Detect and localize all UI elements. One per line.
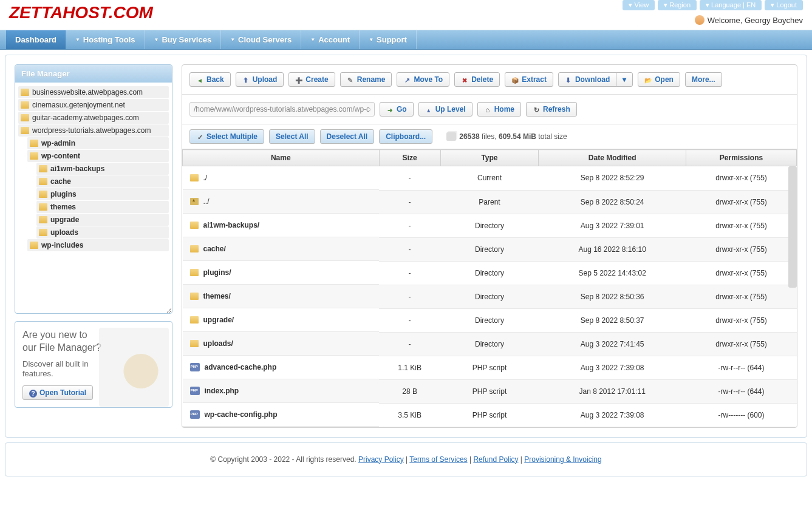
move-button[interactable]: Move To — [397, 72, 449, 87]
download-icon — [565, 76, 572, 83]
download-dropdown[interactable]: ▾ — [616, 72, 633, 87]
table-row[interactable]: ai1wm-backups/-DirectoryAug 3 2022 7:39:… — [183, 214, 797, 237]
nav-item-dashboard[interactable]: Dashboard — [6, 30, 66, 49]
top-button[interactable]: ▾ View — [623, 0, 655, 10]
tree-item[interactable]: themes — [36, 201, 169, 213]
table-row[interactable]: ../-ParentSep 8 2022 8:50:24drwxr-xr-x (… — [183, 190, 797, 214]
folder-icon — [190, 340, 199, 347]
scrollbar[interactable] — [788, 166, 797, 288]
stats: 26538 files, 609.54 MiB total size — [446, 132, 567, 141]
tree-item[interactable]: wp-includes — [27, 239, 169, 251]
php-icon — [190, 363, 200, 371]
table-row[interactable]: themes/-DirectorySep 8 2022 8:50:36drwxr… — [183, 285, 797, 308]
create-button[interactable]: Create — [288, 72, 335, 87]
file-table: NameSizeTypeDate ModifiedPermissions ./-… — [182, 149, 797, 427]
rename-button[interactable]: Rename — [340, 72, 392, 87]
promo-title: Are you new to our File Manager? — [22, 329, 101, 354]
table-row[interactable]: plugins/-DirectorySep 5 2022 14:43:02drw… — [183, 261, 797, 285]
open-button[interactable]: Open — [638, 72, 680, 87]
php-icon — [190, 387, 200, 395]
tree-item[interactable]: plugins — [36, 188, 169, 200]
table-row[interactable]: uploads/-DirectoryAug 3 2022 7:41:45drwx… — [183, 332, 797, 356]
logo[interactable]: ZETTAHOST.COM — [9, 0, 153, 25]
nav-item-hosting-tools[interactable]: ▼Hosting Tools — [66, 30, 145, 49]
table-row[interactable]: index.php28 BPHP scriptJan 8 2012 17:01:… — [183, 379, 797, 403]
more-button[interactable]: More... — [685, 72, 722, 87]
column-header[interactable]: Permissions — [686, 150, 796, 166]
up-level-button[interactable]: Up Level — [418, 102, 473, 117]
go-icon — [386, 106, 394, 113]
upload-button[interactable]: Upload — [236, 72, 284, 87]
folder-icon — [39, 165, 47, 172]
clipboard-button[interactable]: Clipboard... — [379, 129, 432, 144]
tree-item[interactable]: wp-admin — [27, 137, 169, 149]
toolbar: Back Upload Create Rename Move To Delete… — [182, 65, 797, 95]
footer-link[interactable]: Privacy Policy — [358, 455, 404, 464]
tree-item[interactable]: businesswebsite.atwebpages.com — [18, 86, 169, 98]
tree-item[interactable]: cinemasux.getenjoyment.net — [18, 99, 169, 111]
home-button[interactable]: Home — [477, 102, 521, 117]
tree-item[interactable]: wp-content — [27, 150, 169, 162]
column-header[interactable]: Name — [183, 150, 380, 166]
folder-icon — [190, 174, 199, 181]
rename-icon — [347, 76, 354, 83]
tree-item[interactable]: wordpress-tutorials.atwebpages.com — [18, 124, 169, 137]
folder-icon — [21, 101, 29, 109]
chevron-down-icon: ▼ — [230, 37, 235, 42]
create-icon — [295, 76, 302, 83]
deselect-all-button[interactable]: Deselect All — [320, 129, 375, 144]
main-nav: Dashboard▼Hosting Tools▼Buy Services▼Clo… — [0, 30, 812, 50]
footer-link[interactable]: Refund Policy — [473, 455, 518, 464]
chevron-down-icon: ▾ — [623, 75, 626, 84]
top-button[interactable]: ▾ Language | EN — [700, 0, 762, 10]
footer-link[interactable]: Provisioning & Invoicing — [524, 455, 601, 464]
folder-tree: businesswebsite.atwebpages.comcinemasux.… — [15, 83, 172, 313]
folder-icon — [39, 229, 47, 236]
column-header[interactable]: Date Modified — [539, 150, 686, 166]
folder-icon — [39, 178, 47, 185]
chevron-down-icon: ▼ — [310, 37, 315, 42]
folder-icon — [190, 245, 199, 252]
extract-button[interactable]: Extract — [505, 72, 553, 87]
tree-item[interactable]: cache — [36, 175, 169, 188]
table-row[interactable]: upgrade/-DirectorySep 8 2022 8:50:37drwx… — [183, 308, 797, 332]
nav-item-buy-services[interactable]: ▼Buy Services — [145, 30, 222, 49]
tree-item[interactable]: upgrade — [36, 214, 169, 226]
column-header[interactable]: Type — [440, 150, 539, 166]
tree-item[interactable]: uploads — [36, 226, 169, 239]
extract-icon — [511, 76, 519, 83]
download-button[interactable]: Download — [558, 72, 616, 87]
upload-icon — [242, 76, 250, 83]
column-header[interactable]: Size — [379, 150, 440, 166]
select-all-button[interactable]: Select All — [269, 129, 315, 144]
folder-icon — [39, 203, 47, 211]
move-icon — [403, 76, 411, 83]
top-button[interactable]: ▾ Logout — [765, 0, 803, 10]
delete-icon — [461, 76, 468, 83]
table-row[interactable]: wp-cache-config.php3.5 KiBPHP scriptAug … — [183, 403, 797, 427]
help-icon — [29, 389, 36, 396]
top-button[interactable]: ▾ Region — [658, 0, 697, 10]
nav-item-support[interactable]: ▼Support — [360, 30, 417, 49]
chevron-down-icon: ▼ — [75, 37, 80, 42]
nav-item-cloud-servers[interactable]: ▼Cloud Servers — [221, 30, 301, 49]
home-icon — [484, 106, 491, 113]
refresh-button[interactable]: Refresh — [526, 102, 577, 117]
go-button[interactable]: Go — [380, 102, 414, 117]
open-tutorial-button[interactable]: Open Tutorial — [22, 385, 93, 400]
nav-item-account[interactable]: ▼Account — [301, 30, 360, 49]
back-button[interactable]: Back — [189, 72, 231, 87]
select-multiple-button[interactable]: Select Multiple — [189, 129, 264, 144]
tree-item[interactable]: ai1wm-backups — [36, 163, 169, 175]
folder-icon — [30, 140, 38, 147]
folder-icon — [30, 242, 38, 249]
path-input[interactable] — [189, 102, 375, 117]
footer-link[interactable]: Terms of Services — [409, 455, 467, 464]
table-row[interactable]: cache/-DirectoryAug 16 2022 8:16:10drwxr… — [183, 237, 797, 261]
table-row[interactable]: advanced-cache.php1.1 KiBPHP scriptAug 3… — [183, 356, 797, 379]
delete-button[interactable]: Delete — [454, 72, 500, 87]
files-icon — [446, 132, 456, 141]
chevron-down-icon: ▼ — [154, 37, 159, 42]
table-row[interactable]: ./-CurrentSep 8 2022 8:52:29drwxr-xr-x (… — [183, 166, 797, 191]
tree-item[interactable]: guitar-academy.atwebpages.com — [18, 112, 169, 124]
